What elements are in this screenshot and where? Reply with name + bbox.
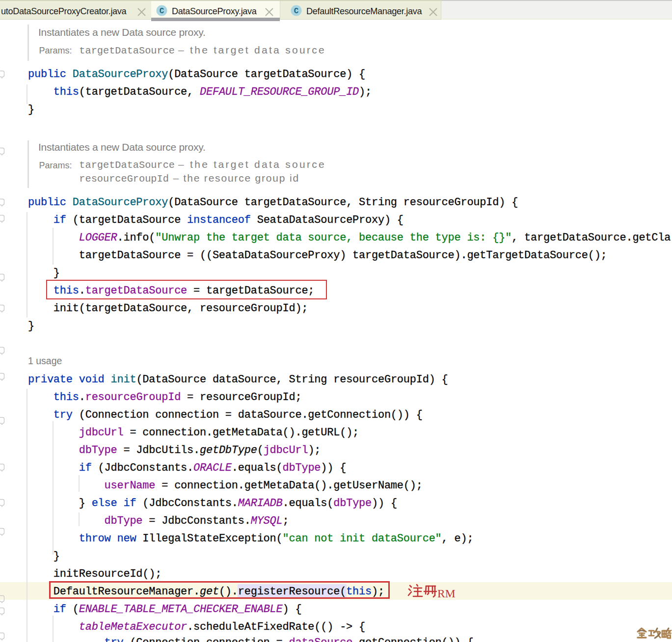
svg-text:C: C [160, 7, 164, 16]
svg-text:C: C [294, 7, 299, 16]
svg-text:RM: RM [437, 587, 456, 600]
